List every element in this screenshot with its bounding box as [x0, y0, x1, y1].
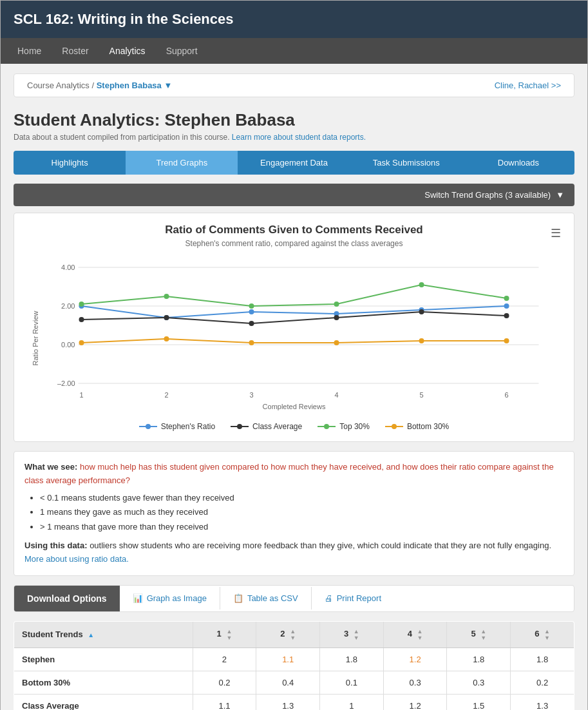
tab-highlights[interactable]: Highlights — [14, 151, 126, 175]
svg-point-33 — [504, 296, 509, 301]
print-icon: 🖨 — [325, 593, 333, 603]
svg-point-36 — [249, 340, 254, 345]
cell-r2-c4: 1.5 — [447, 694, 511, 710]
learn-more-link[interactable]: Learn more about student data reports. — [232, 133, 366, 142]
table-row: Bottom 30%0.20.40.10.30.30.2 — [14, 671, 574, 694]
svg-point-34 — [79, 340, 84, 345]
tab-bar: Highlights Trend Graphs Engagement Data … — [14, 151, 574, 175]
cell-r0-c3: 1.2 — [383, 648, 447, 671]
table-csv-icon: 📋 — [233, 593, 243, 603]
row-label-1: Bottom 30% — [14, 671, 193, 694]
nav-analytics[interactable]: Analytics — [99, 38, 156, 64]
nav-support[interactable]: Support — [156, 38, 208, 64]
row-label-2: Class Average — [14, 694, 193, 710]
legend-bottom30: Bottom 30% — [385, 422, 449, 431]
breadcrumb-bar: Course Analytics / Stephen Babasa ▼ Clin… — [14, 73, 574, 97]
svg-point-35 — [164, 336, 169, 341]
svg-point-26 — [419, 309, 424, 314]
breadcrumb-current[interactable]: Stephen Babasa ▼ — [97, 81, 173, 90]
sort-arrows-6: ▲▼ — [544, 628, 550, 641]
svg-point-21 — [504, 303, 509, 309]
switch-trend-bar[interactable]: Switch Trend Graphs (3 available) ▼ — [14, 184, 574, 206]
svg-point-32 — [419, 282, 424, 287]
analysis-what: What we see: how much help has this stud… — [24, 461, 564, 488]
svg-point-38 — [419, 338, 424, 343]
svg-text:3: 3 — [249, 391, 253, 399]
cell-r0-c1: 1.1 — [256, 648, 320, 671]
svg-text:2: 2 — [164, 391, 168, 399]
sort-arrows-5: ▲▼ — [480, 628, 486, 641]
svg-text:4: 4 — [334, 391, 338, 399]
tab-engagement-data[interactable]: Engagement Data — [238, 151, 350, 175]
svg-point-24 — [249, 321, 254, 326]
cell-r0-c4: 1.8 — [447, 648, 511, 671]
analysis-using: Using this data: outliers show students … — [24, 539, 564, 566]
chart-area: Ratio Per Review 4.00 2.00 0.00 –2.00 — [24, 254, 564, 416]
analysis-section: What we see: how much help has this stud… — [14, 451, 574, 576]
sort-arrows-4: ▲▼ — [417, 628, 423, 641]
cell-r1-c1: 0.4 — [256, 671, 320, 694]
svg-point-31 — [334, 302, 339, 307]
cell-r2-c3: 1.2 — [383, 694, 447, 710]
svg-point-47 — [392, 424, 397, 429]
chart-container: Ratio of Comments Given to Comments Rece… — [14, 213, 574, 442]
svg-point-25 — [334, 315, 339, 320]
classavg-line — [82, 312, 507, 323]
nav-home[interactable]: Home — [7, 38, 52, 64]
tab-task-submissions[interactable]: Task Submissions — [350, 151, 462, 175]
col-header-2[interactable]: 2 ▲▼ — [256, 621, 320, 648]
svg-point-29 — [164, 294, 169, 299]
ratio-data-link[interactable]: More about using ratio data. — [24, 554, 129, 564]
breadcrumb-course[interactable]: Course Analytics / — [27, 81, 97, 90]
svg-point-45 — [324, 424, 329, 429]
legend-top30: Top 30% — [318, 422, 370, 431]
print-report-button[interactable]: 🖨 Print Report — [312, 587, 394, 609]
svg-text:2.00: 2.00 — [61, 302, 75, 310]
bullet-3: > 1 means that gave more than they recei… — [40, 521, 564, 534]
col-header-4[interactable]: 4 ▲▼ — [383, 621, 447, 648]
svg-text:Completed Reviews: Completed Reviews — [263, 403, 326, 410]
cell-r1-c3: 0.3 — [383, 671, 447, 694]
nav-roster[interactable]: Roster — [52, 38, 99, 64]
svg-text:0.00: 0.00 — [61, 341, 75, 349]
col-header-1[interactable]: 1 ▲▼ — [193, 621, 256, 648]
top30-line — [82, 285, 507, 306]
cell-r0-c5: 1.8 — [511, 648, 574, 671]
sort-icon-trends: ▲ — [88, 631, 94, 638]
page-title: Student Analytics: Stephen Babasa — [14, 110, 574, 130]
tab-downloads[interactable]: Downloads — [462, 151, 574, 175]
tab-trend-graphs[interactable]: Trend Graphs — [126, 151, 238, 175]
main-content: Course Analytics / Stephen Babasa ▼ Clin… — [1, 64, 587, 710]
svg-point-37 — [334, 340, 339, 345]
next-student-link[interactable]: Cline, Rachael >> — [495, 81, 561, 90]
legend-stephens: Stephen's Ratio — [139, 422, 215, 431]
col-header-5[interactable]: 5 ▲▼ — [447, 621, 511, 648]
app-title: SCL 162: Writing in the Sciences — [14, 11, 574, 28]
sort-arrows-3: ▲▼ — [354, 628, 359, 641]
stephens-line — [82, 306, 507, 318]
sort-arrows-2: ▲▼ — [290, 628, 296, 641]
cell-r1-c4: 0.3 — [447, 671, 511, 694]
table-csv-button[interactable]: 📋 Table as CSV — [220, 587, 312, 609]
svg-point-27 — [504, 313, 509, 318]
svg-point-18 — [249, 309, 254, 314]
cell-r0-c0: 2 — [193, 648, 256, 671]
col-header-6[interactable]: 6 ▲▼ — [511, 621, 574, 648]
analysis-bullets: < 0.1 means students gave fewer than the… — [40, 492, 564, 534]
nav-bar: Home Roster Analytics Support — [1, 38, 587, 64]
graph-image-icon: 📊 — [133, 593, 143, 603]
svg-text:5: 5 — [419, 391, 423, 399]
dropdown-icon: ▼ — [164, 81, 172, 90]
cell-r2-c2: 1 — [320, 694, 384, 710]
svg-point-23 — [164, 315, 169, 320]
svg-point-30 — [249, 303, 254, 309]
chart-menu-icon[interactable]: ☰ — [551, 226, 561, 240]
col-header-3[interactable]: 3 ▲▼ — [320, 621, 384, 648]
switch-trend-arrow: ▼ — [556, 190, 564, 200]
data-table: Student Trends ▲ 1 ▲▼ 2 ▲▼ 3 ▲▼ — [14, 621, 574, 710]
page-wrapper: SCL 162: Writing in the Sciences Home Ro… — [0, 0, 588, 710]
col-header-trends[interactable]: Student Trends ▲ — [14, 621, 193, 648]
svg-text:1: 1 — [79, 391, 83, 399]
cell-r2-c0: 1.1 — [193, 694, 256, 710]
graph-image-button[interactable]: 📊 Graph as Image — [120, 587, 220, 609]
